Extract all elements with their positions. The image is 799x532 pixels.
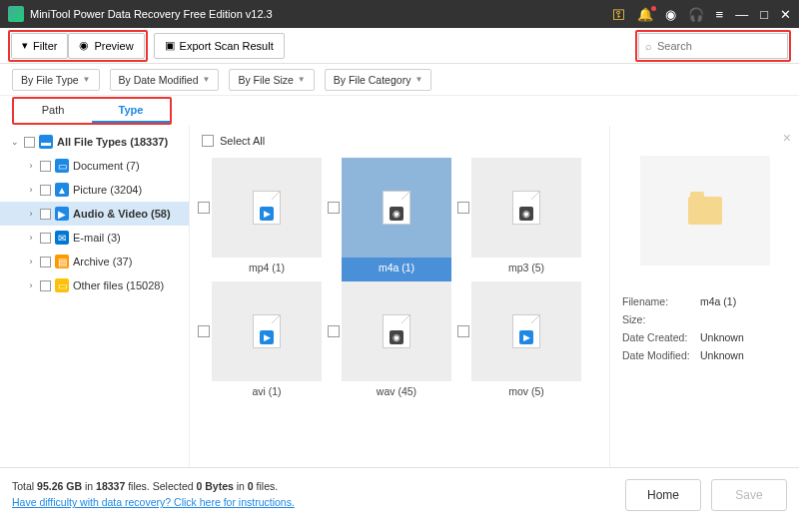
home-button[interactable]: Home <box>625 479 701 511</box>
tree-item-other[interactable]: › ▭ Other files (15028) <box>0 273 189 297</box>
item-thumbnail[interactable]: ◉ <box>342 158 451 258</box>
search-box[interactable]: ⌕ <box>638 33 788 59</box>
collapse-icon[interactable]: ⌄ <box>10 137 20 147</box>
filter-file-type[interactable]: By File Type▼ <box>12 69 100 91</box>
tab-type[interactable]: Type <box>92 99 170 123</box>
document-icon: ▭ <box>55 159 69 173</box>
select-all-checkbox[interactable] <box>202 135 214 147</box>
sidebar: ⌄ ▬ All File Types (18337) › ▭ Document … <box>0 126 190 467</box>
filetype-icon: ▶ <box>253 314 281 348</box>
created-label: Date Created: <box>622 331 700 343</box>
preview-thumbnail <box>640 156 770 266</box>
grid-item[interactable]: ▶ mov (5) <box>457 281 587 405</box>
tree-label: Other files (15028) <box>73 279 164 291</box>
tab-row: Path Type <box>0 96 799 126</box>
grid-item[interactable]: ◉ mp3 (5) <box>457 158 587 281</box>
funnel-icon: ▾ <box>22 39 28 52</box>
help-link[interactable]: Have difficulty with data recovery? Clic… <box>12 496 295 508</box>
item-checkbox[interactable] <box>198 325 210 337</box>
preview-button[interactable]: ◉Preview <box>68 33 144 59</box>
item-checkbox[interactable] <box>328 325 340 337</box>
folder-icon <box>688 197 722 225</box>
checkbox[interactable] <box>40 233 51 244</box>
item-checkbox[interactable] <box>457 325 469 337</box>
item-checkbox[interactable] <box>328 202 340 214</box>
expand-icon[interactable]: › <box>26 257 36 266</box>
search-input[interactable] <box>657 40 781 52</box>
status-line: Total 95.26 GB in 18337 files. Selected … <box>12 479 295 495</box>
headset-icon[interactable]: 🎧 <box>688 7 704 22</box>
checkbox[interactable] <box>24 137 35 148</box>
tree-item-archive[interactable]: › ▤ Archive (37) <box>0 250 189 273</box>
filter-button[interactable]: ▾Filter <box>11 33 68 59</box>
tree-item-document[interactable]: › ▭ Document (7) <box>0 154 189 178</box>
size-label: Size: <box>622 313 700 325</box>
item-caption: wav (45) <box>342 381 451 405</box>
email-icon: ✉ <box>55 231 69 245</box>
bell-icon[interactable]: 🔔 <box>637 7 653 22</box>
grid-item[interactable]: ◉ wav (45) <box>328 281 457 405</box>
expand-icon[interactable]: › <box>26 185 36 195</box>
tree-root[interactable]: ⌄ ▬ All File Types (18337) <box>0 130 189 154</box>
checkbox[interactable] <box>40 257 51 267</box>
checkbox[interactable] <box>40 209 51 220</box>
filter-bar: By File Type▼ By Date Modified▼ By File … <box>0 64 799 96</box>
item-thumbnail[interactable]: ▶ <box>212 158 322 258</box>
item-thumbnail[interactable]: ◉ <box>471 158 581 258</box>
maximize-icon[interactable]: □ <box>760 7 768 22</box>
monitor-icon: ▬ <box>39 135 53 149</box>
titlebar: MiniTool Power Data Recovery Free Editio… <box>0 0 799 28</box>
filetype-icon: ◉ <box>383 191 410 225</box>
created-value: Unknown <box>700 331 744 343</box>
filetype-icon: ◉ <box>512 191 540 225</box>
item-thumbnail[interactable]: ▶ <box>212 281 322 381</box>
tree-label: Archive (37) <box>73 256 132 267</box>
item-thumbnail[interactable]: ▶ <box>471 281 581 381</box>
expand-icon[interactable]: › <box>26 233 36 243</box>
menu-icon[interactable]: ≡ <box>716 7 724 22</box>
video-icon: ▶ <box>55 207 69 221</box>
item-caption: avi (1) <box>212 381 322 405</box>
expand-icon[interactable]: › <box>26 161 36 171</box>
tree-label: Audio & Video (58) <box>73 208 171 220</box>
close-icon[interactable]: ✕ <box>780 7 791 22</box>
expand-icon[interactable]: › <box>26 280 36 290</box>
item-thumbnail[interactable]: ◉ <box>342 281 451 381</box>
footer: Total 95.26 GB in 18337 files. Selected … <box>0 467 799 522</box>
tree-label: E-mail (3) <box>73 232 121 244</box>
modified-value: Unknown <box>700 349 744 361</box>
tree-item-audiovideo[interactable]: › ▶ Audio & Video (58) <box>0 202 189 226</box>
filter-file-category[interactable]: By File Category▼ <box>325 69 432 91</box>
select-all-label: Select All <box>220 135 265 147</box>
checkbox[interactable] <box>40 280 51 291</box>
app-title: MiniTool Power Data Recovery Free Editio… <box>30 8 612 20</box>
key-icon[interactable]: ⚿ <box>612 7 625 22</box>
filter-file-size[interactable]: By File Size▼ <box>229 69 314 91</box>
grid-item[interactable]: ▶ mp4 (1) <box>198 158 328 281</box>
tree-item-picture[interactable]: › ▲ Picture (3204) <box>0 178 189 202</box>
grid-item[interactable]: ▶ avi (1) <box>198 281 328 405</box>
save-button[interactable]: Save <box>711 479 787 511</box>
checkbox[interactable] <box>40 161 51 172</box>
export-button[interactable]: ▣Export Scan Result <box>154 33 285 59</box>
tree-label: Document (7) <box>73 160 140 172</box>
expand-icon[interactable]: › <box>26 209 36 219</box>
minimize-icon[interactable]: — <box>735 7 748 22</box>
file-icon: ▭ <box>55 278 69 292</box>
close-preview-icon[interactable]: × <box>783 130 791 146</box>
grid-item[interactable]: ◉ m4a (1) <box>328 158 457 281</box>
filename-value: m4a (1) <box>700 295 736 307</box>
item-caption: mov (5) <box>471 381 581 405</box>
save-icon: ▣ <box>165 39 175 52</box>
item-checkbox[interactable] <box>457 202 469 214</box>
modified-label: Date Modified: <box>622 349 700 361</box>
globe-icon[interactable]: ◉ <box>665 7 676 22</box>
filter-date-modified[interactable]: By Date Modified▼ <box>110 69 220 91</box>
archive-icon: ▤ <box>55 255 69 268</box>
checkbox[interactable] <box>40 185 51 196</box>
item-checkbox[interactable] <box>198 202 210 214</box>
item-caption: m4a (1) <box>342 258 451 281</box>
tree-item-email[interactable]: › ✉ E-mail (3) <box>0 226 189 250</box>
file-grid: Select All ▶ mp4 (1) ◉ m4a (1) <box>190 126 609 467</box>
tab-path[interactable]: Path <box>14 99 92 123</box>
